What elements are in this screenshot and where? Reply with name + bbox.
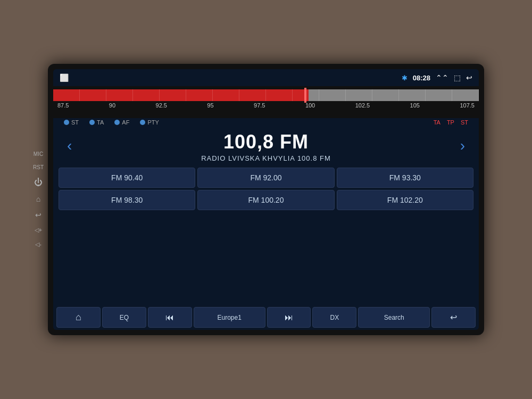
home-button[interactable]: ⌂ bbox=[56, 307, 101, 328]
home-side-button[interactable]: ⌂ bbox=[36, 195, 40, 203]
back-button[interactable]: ↩ bbox=[431, 307, 476, 328]
freq-label-1025: 102.5 bbox=[355, 102, 370, 109]
freq-nav-right[interactable]: › bbox=[452, 137, 473, 154]
rds-st-active: ST bbox=[461, 119, 468, 126]
preset-1[interactable]: FM 90.40 bbox=[59, 168, 195, 188]
vol-up-button[interactable]: ◁+ bbox=[35, 227, 42, 234]
window2-icon: ⬚ bbox=[454, 73, 461, 82]
status-bar: ⬜ ✱ 08:28 ⌃⌃ ⬚ ↩ bbox=[53, 69, 479, 86]
rds-st-label: ST bbox=[71, 119, 79, 126]
preset-4[interactable]: FM 98.30 bbox=[59, 190, 195, 210]
preset-5[interactable]: FM 100.20 bbox=[197, 190, 334, 210]
search-button[interactable]: Search bbox=[358, 307, 430, 328]
rds-ta[interactable]: TA bbox=[89, 119, 104, 126]
preset-2[interactable]: FM 92.00 bbox=[197, 168, 334, 188]
freq-label-90: 90 bbox=[109, 102, 115, 109]
eq-button[interactable]: EQ bbox=[102, 307, 146, 328]
presets-grid: FM 90.40 FM 92.00 FM 93.30 FM 98.30 FM 1… bbox=[53, 164, 479, 213]
prev-button[interactable]: ⏮ bbox=[148, 307, 192, 328]
rds-right: TA TP ST bbox=[434, 119, 468, 126]
freq-label-100: 100 bbox=[305, 102, 315, 109]
freq-label-975: 97.5 bbox=[254, 102, 265, 109]
vol-down-button[interactable]: ◁- bbox=[35, 241, 41, 248]
dx-button[interactable]: DX bbox=[312, 307, 356, 328]
back-side-button[interactable]: ↩ bbox=[35, 211, 41, 219]
freq-nav-left[interactable]: ‹ bbox=[59, 137, 80, 154]
freq-label-105: 105 bbox=[410, 102, 420, 109]
rds-st[interactable]: ST bbox=[64, 119, 79, 126]
rds-row: ST TA AF PTY TA TP ST bbox=[53, 118, 479, 127]
rds-pty-label: PTY bbox=[147, 119, 159, 126]
prev-icon: ⏮ bbox=[165, 313, 174, 322]
next-icon: ⏭ bbox=[285, 313, 293, 322]
freq-label-1075: 107.5 bbox=[460, 102, 475, 109]
preset-3[interactable]: FM 93.30 bbox=[337, 168, 473, 188]
rds-ta-label: TA bbox=[97, 119, 104, 126]
window-icon: ⬜ bbox=[60, 73, 69, 82]
rds-tp-active: TP bbox=[447, 119, 454, 126]
freq-label-95: 95 bbox=[207, 102, 213, 109]
home-icon: ⌂ bbox=[76, 312, 81, 323]
rds-pty-dot bbox=[140, 120, 145, 125]
device: MIC RST ⏻ ⌂ ↩ ◁+ ◁- ⬜ ✱ 08:28 bbox=[48, 64, 484, 335]
power-button[interactable]: ⏻ bbox=[34, 178, 43, 187]
rds-af-dot bbox=[114, 120, 120, 125]
wifi-icon: ⌃⌃ bbox=[436, 73, 448, 82]
screen: ⬜ ✱ 08:28 ⌃⌃ ⬚ ↩ bbox=[53, 69, 479, 330]
rds-ta-dot bbox=[89, 120, 95, 125]
toolbar: ⌂ EQ ⏮ Europe1 ⏭ DX Search ↩ bbox=[53, 305, 479, 330]
freq-labels: 87.5 90 92.5 95 97.5 100 102.5 105 107.5 bbox=[53, 101, 479, 110]
back-icon: ↩ bbox=[466, 73, 472, 82]
status-right: ✱ 08:28 ⌃⌃ ⬚ ↩ bbox=[402, 73, 472, 82]
time-display: 08:28 bbox=[413, 74, 430, 82]
freq-label-925: 92.5 bbox=[156, 102, 167, 109]
rds-ta-active: TA bbox=[434, 119, 440, 126]
preset-6[interactable]: FM 102.20 bbox=[337, 190, 473, 210]
frequency-number: 100,8 FM bbox=[53, 131, 479, 153]
rst-button[interactable]: RST bbox=[33, 164, 44, 170]
freq-label-875: 87.5 bbox=[57, 102, 69, 109]
rds-st-dot bbox=[64, 120, 69, 125]
rds-pty[interactable]: PTY bbox=[140, 119, 159, 126]
back-toolbar-icon: ↩ bbox=[450, 312, 457, 322]
freq-bar-container[interactable]: 87.5 90 92.5 95 97.5 100 102.5 105 107.5 bbox=[53, 86, 479, 118]
station-name: RADIO LVIVSKA KHVYLIA 100.8 FM bbox=[53, 154, 479, 162]
mic-label: MIC bbox=[34, 151, 43, 157]
side-buttons: MIC RST ⏻ ⌂ ↩ ◁+ ◁- bbox=[33, 151, 44, 248]
freq-bar-lines bbox=[53, 89, 479, 101]
next-button[interactable]: ⏭ bbox=[267, 307, 311, 328]
freq-cursor[interactable] bbox=[304, 88, 306, 103]
rds-af-label: AF bbox=[122, 119, 129, 126]
bluetooth-icon: ✱ bbox=[402, 74, 408, 82]
rds-af[interactable]: AF bbox=[114, 119, 129, 126]
freq-bar-track[interactable] bbox=[53, 89, 479, 101]
station-label[interactable]: Europe1 bbox=[194, 307, 265, 328]
main-freq-display: ‹ 100,8 FM RADIO LVIVSKA KHVYLIA 100.8 F… bbox=[53, 127, 479, 164]
status-left: ⬜ bbox=[60, 73, 69, 82]
